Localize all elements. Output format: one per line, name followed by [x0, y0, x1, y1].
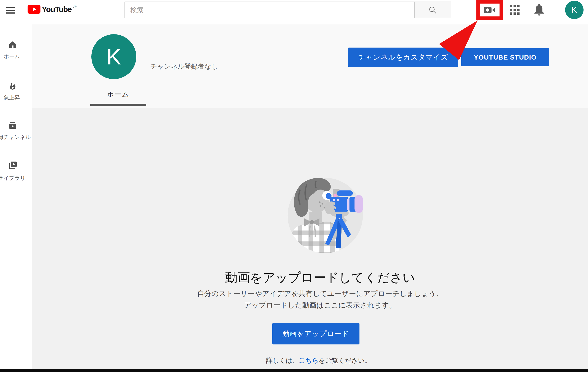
annotation-highlight-box: [476, 0, 503, 20]
sidebar-item-trending[interactable]: 急上昇: [0, 81, 32, 109]
avatar-letter: K: [571, 5, 577, 15]
logo-region-code: JP: [73, 4, 77, 9]
upload-empty-state-illustration: [284, 173, 367, 257]
youtube-play-icon: [28, 5, 41, 14]
account-avatar[interactable]: K: [565, 1, 584, 19]
empty-state-description: 自分のストーリーやアイデアを共有してユーザーにアプローチしましょう。 アップロー…: [197, 288, 443, 311]
sidebar-label: 登録チャンネル: [0, 134, 31, 141]
fire-icon: [9, 82, 17, 90]
upload-video-button[interactable]: 動画をアップロード: [272, 323, 359, 344]
search-icon: [429, 6, 437, 14]
sidebar-label: 急上昇: [4, 94, 20, 101]
sidebar-label: ホーム: [4, 53, 20, 60]
logo-wordmark: YouTube: [42, 5, 72, 14]
youtube-logo[interactable]: YouTube JP: [28, 5, 77, 14]
search-button[interactable]: [415, 1, 451, 18]
channel-avatar-letter: K: [106, 44, 121, 70]
help-suffix: をご覧ください。: [319, 357, 371, 364]
apps-grid-icon[interactable]: [510, 5, 520, 16]
search-box: [125, 1, 451, 18]
screen-bottom-bar: [0, 369, 588, 372]
description-line-1: 自分のストーリーやアイデアを共有してユーザーにアプローチしましょう。: [197, 288, 443, 299]
channel-avatar[interactable]: K: [91, 34, 136, 79]
active-tab-indicator: [90, 104, 146, 106]
sidebar-mini-guide: ホーム 急上昇 登録チャンネル ライブラリ: [0, 24, 32, 369]
hamburger-bar: [6, 7, 15, 8]
empty-state-title: 動画をアップロードしてください: [225, 269, 415, 286]
sidebar-item-library[interactable]: ライブラリ: [0, 160, 32, 188]
search-input[interactable]: [125, 1, 415, 18]
subscriber-count: チャンネル登録者なし: [150, 62, 218, 71]
description-line-2: アップロードした動画はここに表示されます。: [197, 299, 443, 311]
menu-hamburger-icon[interactable]: [6, 7, 15, 17]
library-icon: [9, 161, 17, 170]
home-icon: [9, 41, 17, 49]
youtube-channel-page: YouTube JP: [0, 0, 588, 372]
sidebar-item-subscriptions[interactable]: 登録チャンネル: [0, 121, 32, 148]
channel-header: K チャンネル登録者なし チャンネルをカスタマイズ YOUTUBE STUDIO…: [32, 24, 588, 108]
tab-home[interactable]: ホーム: [90, 87, 146, 107]
help-prefix: 詳しくは、: [266, 357, 299, 364]
channel-content-area: 動画をアップロードしてください 自分のストーリーやアイデアを共有してユーザーにア…: [32, 108, 588, 369]
help-link[interactable]: こちら: [299, 357, 319, 364]
hamburger-bar: [6, 10, 15, 11]
help-text: 詳しくは、こちらをご覧ください。: [266, 356, 371, 365]
hamburger-bar: [6, 12, 15, 14]
subscriptions-icon: [9, 121, 17, 129]
notifications-bell-icon[interactable]: [534, 3, 545, 17]
tab-home-label: ホーム: [107, 90, 129, 99]
sidebar-label: ライブラリ: [0, 175, 25, 182]
sidebar-item-home[interactable]: ホーム: [0, 40, 32, 68]
annotation-arrow: [438, 19, 478, 61]
